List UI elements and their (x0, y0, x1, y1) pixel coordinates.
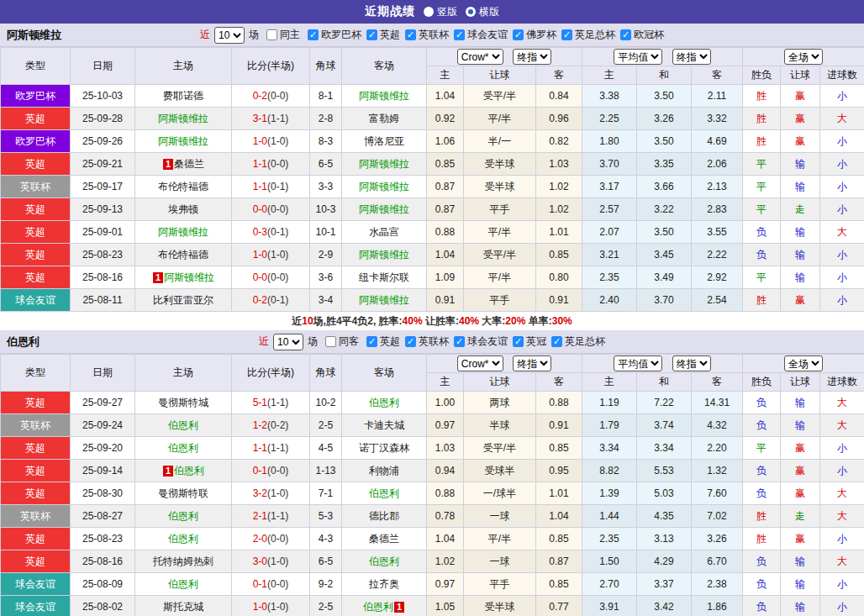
league-type-cell[interactable]: 英联杯 (1, 176, 71, 198)
team-link[interactable]: 伯恩利 (363, 601, 393, 613)
team-link[interactable]: 费耶诺德 (163, 90, 203, 102)
team-link[interactable]: 诺丁汉森林 (359, 442, 409, 454)
period-select[interactable]: 全场 (784, 49, 823, 65)
team-link[interactable]: 德比郡 (369, 510, 399, 522)
league-type-cell[interactable]: 英超 (1, 460, 71, 482)
team-link[interactable]: 卡迪夫城 (364, 419, 404, 431)
team-link[interactable]: 伯恩利 (168, 578, 198, 590)
team-link[interactable]: 博洛尼亚 (364, 135, 404, 147)
league-type-cell[interactable]: 英超 (1, 198, 71, 221)
competition-checkbox[interactable]: 英超 (361, 334, 400, 349)
team-link[interactable]: 布伦特福德 (158, 249, 208, 261)
competition-checkbox[interactable]: 英冠 (508, 334, 546, 349)
competition-checkbox[interactable]: 英足总杯 (556, 28, 615, 42)
team-link[interactable]: 布伦特福德 (158, 181, 208, 192)
result-cell: 平 (743, 266, 781, 289)
score-cell: 1-2(0-2) (232, 414, 310, 437)
avg-stage-select[interactable]: 终指 (672, 355, 711, 371)
team-link[interactable]: 伯恩利 (369, 397, 399, 408)
same-venue-checkbox[interactable]: 同客 (320, 334, 359, 349)
avg-away-cell: 3.32 (692, 108, 743, 130)
league-type-cell[interactable]: 英超 (1, 550, 71, 573)
col-result: 胜负 (743, 66, 781, 85)
team-link[interactable]: 水晶宫 (369, 226, 399, 238)
competition-checkbox[interactable]: 佛罗杯 (508, 28, 556, 42)
team-link[interactable]: 纽卡斯尔联 (359, 271, 409, 283)
col-type: 类型 (1, 48, 71, 85)
league-type-cell[interactable]: 英超 (1, 437, 71, 460)
league-type-cell[interactable]: 英超 (1, 528, 71, 550)
match-count-select[interactable]: 10 (214, 27, 245, 44)
league-type-cell[interactable]: 球会友谊 (1, 289, 71, 312)
team-link[interactable]: 斯托克城 (163, 601, 203, 613)
odds-provider-select[interactable]: Crow* (457, 49, 503, 65)
team-link[interactable]: 阿斯顿维拉 (158, 226, 208, 238)
league-type-cell[interactable]: 英超 (1, 108, 71, 130)
team-link[interactable]: 桑德兰 (174, 158, 204, 170)
team-link[interactable]: 伯恩利 (168, 533, 198, 545)
team-link[interactable]: 阿斯顿维拉 (359, 90, 409, 102)
team-link[interactable]: 阿斯顿维拉 (359, 181, 409, 192)
period-select[interactable]: 全场 (784, 355, 823, 371)
col-type: 类型 (1, 355, 71, 392)
odds-provider-select[interactable]: Crow* (457, 355, 503, 371)
league-type-cell[interactable]: 球会友谊 (1, 596, 71, 616)
league-type-cell[interactable]: 英超 (1, 221, 71, 244)
layout-horizontal-radio[interactable]: 横版 (466, 5, 499, 19)
team-link[interactable]: 曼彻斯特联 (158, 487, 208, 499)
team-link[interactable]: 阿斯顿维拉 (158, 113, 208, 124)
league-type-cell[interactable]: 英联杯 (1, 414, 71, 437)
team-link[interactable]: 阿斯顿维拉 (359, 294, 409, 306)
team-link[interactable]: 阿斯顿维拉 (164, 271, 214, 283)
odds-stage-select[interactable]: 终指 (513, 49, 551, 65)
match-count-select[interactable]: 10 (273, 334, 303, 350)
team-link[interactable]: 曼彻斯特城 (158, 397, 208, 408)
league-type-cell[interactable]: 球会友谊 (1, 573, 71, 596)
avg-away-cell: 2.83 (692, 198, 743, 221)
league-type-cell[interactable]: 英超 (1, 392, 71, 414)
competition-checkbox[interactable]: 英足总杯 (546, 334, 605, 349)
league-type-cell[interactable]: 英联杯 (1, 505, 71, 528)
team-link[interactable]: 拉齐奥 (369, 578, 399, 590)
competition-checkbox[interactable]: 球会友谊 (449, 28, 508, 42)
col-handicap-result: 让球 (781, 66, 820, 85)
avg-odds-select[interactable]: 平均值 (614, 355, 662, 371)
team-link[interactable]: 伯恩利 (168, 510, 198, 522)
league-type-cell[interactable]: 欧罗巴杯 (1, 130, 71, 153)
competition-checkbox[interactable]: 欧冠杯 (615, 28, 664, 42)
date-cell: 25-10-03 (71, 85, 135, 108)
team-link[interactable]: 伯恩利 (168, 419, 198, 431)
away-odds-cell: 1.04 (536, 505, 582, 528)
league-type-cell[interactable]: 欧罗巴杯 (1, 85, 71, 108)
odds-stage-select[interactable]: 终指 (513, 355, 551, 371)
team-link[interactable]: 托特纳姆热刺 (153, 555, 213, 567)
team-link[interactable]: 比利亚雷亚尔 (153, 294, 213, 306)
team-link[interactable]: 阿斯顿维拉 (359, 203, 409, 215)
team-link[interactable]: 埃弗顿 (168, 203, 198, 215)
competition-checkbox[interactable]: 球会友谊 (449, 334, 508, 349)
avg-home-cell: 1.19 (582, 392, 637, 414)
home-team-cell: 伯恩利 (135, 437, 232, 460)
avg-odds-select[interactable]: 平均值 (614, 49, 662, 65)
team-link[interactable]: 伯恩利 (168, 442, 198, 454)
competition-checkbox[interactable]: 欧罗巴杯 (303, 28, 361, 42)
team-link[interactable]: 伯恩利 (369, 487, 399, 499)
team-link[interactable]: 利物浦 (369, 465, 399, 476)
competition-checkbox[interactable]: 英超 (361, 28, 400, 42)
league-type-cell[interactable]: 英超 (1, 244, 71, 266)
same-venue-checkbox[interactable]: 同主 (261, 28, 300, 42)
competition-checkbox[interactable]: 英联杯 (400, 334, 449, 349)
team-link[interactable]: 阿斯顿维拉 (158, 135, 208, 147)
competition-checkbox[interactable]: 英联杯 (400, 28, 449, 42)
team-link[interactable]: 伯恩利 (174, 465, 204, 476)
league-type-cell[interactable]: 英超 (1, 482, 71, 505)
avg-stage-select[interactable]: 终指 (672, 49, 711, 65)
layout-vertical-radio[interactable]: 竖版 (424, 5, 457, 19)
league-type-cell[interactable]: 英超 (1, 266, 71, 289)
team-link[interactable]: 阿斯顿维拉 (359, 158, 409, 170)
team-link[interactable]: 桑德兰 (369, 533, 399, 545)
team-link[interactable]: 伯恩利 (369, 555, 399, 567)
league-type-cell[interactable]: 英超 (1, 153, 71, 176)
team-link[interactable]: 阿斯顿维拉 (359, 249, 409, 261)
team-link[interactable]: 富勒姆 (369, 113, 399, 124)
